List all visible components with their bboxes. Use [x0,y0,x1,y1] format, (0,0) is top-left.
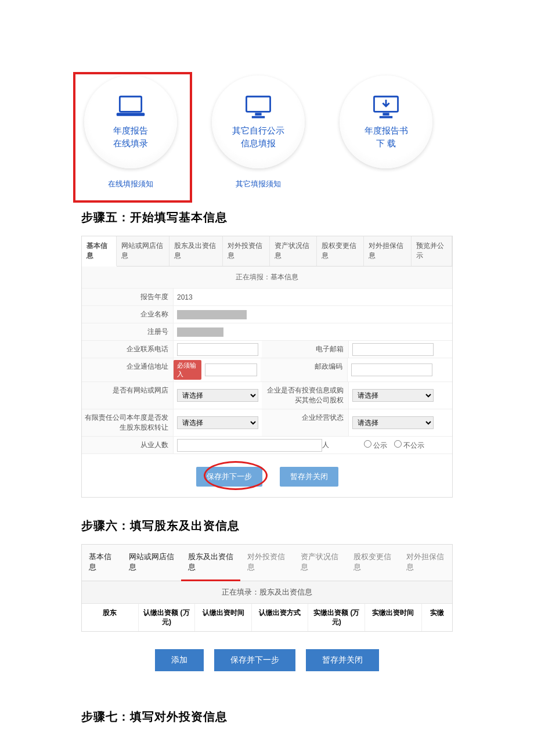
temp-close-button-2[interactable]: 暂存并关闭 [306,649,379,671]
radio-pub-no[interactable]: 不公示 [394,440,424,451]
svg-rect-3 [255,113,261,116]
tab2-site[interactable]: 网站或网店信息 [122,545,181,581]
step6-heading: 步骤六：填写股东及出资信息 [81,518,453,534]
step7-heading: 步骤七：填写对外投资信息 [81,709,453,725]
basic-info-form: 基本信息 网站或网店信息 股东及出资信息 对外投资信息 资产状况信息 股权变更信… [81,236,453,498]
step5-heading: 步骤五：开始填写基本信息 [81,210,453,225]
tab2-assets[interactable]: 资产状况信息 [294,545,347,581]
emp-unit: 人 [322,440,329,450]
tab-preview[interactable]: 预览并公示 [412,236,452,266]
tab-shareholder[interactable]: 股东及出资信息 [169,236,223,266]
label-transfer: 有限责任公司本年度是否发生股东股权转让 [82,409,174,436]
redacted-regno [177,327,223,337]
entry-cards-row: 年度报告在线填录 在线填报须知 其它自行公示信息填报 其它填报须知 [81,0,453,189]
label-company-name: 企业名称 [82,306,174,323]
col-paid-time: 实缴出资时间 [365,604,422,631]
circle-download[interactable]: 年度报告书下 载 [340,75,432,168]
card-other-publish[interactable]: 其它自行公示信息填报 其它填报须知 [209,75,308,189]
circle-label: 年度报告书下 载 [365,124,408,150]
label-regno: 注册号 [82,323,174,340]
add-button[interactable]: 添加 [155,649,204,671]
svg-rect-6 [383,113,389,116]
tab2-guarantee[interactable]: 对外担保信息 [399,545,452,581]
col-paid-amount: 实缴出资额 (万元) [308,604,365,631]
redacted-name [177,310,247,319]
svg-rect-4 [252,116,265,118]
required-tooltip: 必须输入 [174,360,201,380]
select-status[interactable]: 请选择 [352,416,434,429]
temp-close-button[interactable]: 暂存并关闭 [280,467,338,487]
col-sub-time: 认缴出资时间 [195,604,252,631]
input-phone[interactable] [177,343,258,356]
label-invest: 企业是否有投资信息或购买其他公司股权 [262,382,349,409]
shareholder-columns: 股东 认缴出资额 (万元) 认缴出资时间 认缴出资方式 实缴出资额 (万元) 实… [82,604,452,631]
select-hassite[interactable]: 请选择 [177,389,258,402]
tab-assets[interactable]: 资产状况信息 [270,236,317,266]
shareholder-button-row: 添加 保存并下一步 暂存并关闭 [81,632,453,689]
circle-label: 其它自行公示信息填报 [232,124,284,150]
download-icon [370,94,402,120]
label-year: 报告年度 [82,289,174,305]
col-shareholder: 股东 [82,604,139,631]
tab2-equity[interactable]: 股权变更信息 [347,545,399,581]
input-post[interactable] [351,363,432,376]
label-hassite: 是否有网站或网店 [82,382,174,409]
save-next-button-2[interactable]: 保存并下一步 [214,649,295,671]
label-phone: 企业联系电话 [82,341,174,358]
input-emp[interactable] [177,439,322,452]
form-tabs: 基本信息 网站或网店信息 股东及出资信息 对外投资信息 资产状况信息 股权变更信… [82,236,452,267]
tab2-shareholder[interactable]: 股东及出资信息 [181,545,240,581]
tab2-invest[interactable]: 对外投资信息 [240,545,293,581]
tab2-basic[interactable]: 基本信息 [82,545,122,581]
shareholder-title: 正在填录：股东及出资信息 [82,581,452,604]
tab-guarantee[interactable]: 对外担保信息 [364,236,411,266]
svg-rect-7 [380,116,392,118]
card-download[interactable]: 年度报告书下 载 [337,75,435,189]
col-paid-cut: 实缴 [422,604,452,631]
select-transfer[interactable]: 请选择 [177,416,258,429]
shareholder-tabs: 基本信息 网站或网店信息 股东及出资信息 对外投资信息 资产状况信息 股权变更信… [82,545,452,581]
highlight-frame [73,72,192,203]
svg-rect-2 [246,96,270,111]
radio-pub-yes[interactable]: 公示 [364,440,387,451]
select-invest[interactable]: 请选择 [352,389,434,402]
input-email[interactable] [352,343,434,356]
value-year: 2013 [177,293,193,301]
shareholder-wrap: 基本信息 网站或网店信息 股东及出资信息 对外投资信息 资产状况信息 股权变更信… [81,544,453,632]
label-status: 企业经营状态 [262,409,349,436]
col-sub-amount: 认缴出资额 (万元) [139,604,196,631]
input-addr[interactable] [205,363,257,376]
save-next-button[interactable]: 保存并下一步 [196,467,262,487]
sub-link-other[interactable]: 其它填报须知 [236,179,281,189]
card-annual-report[interactable]: 年度报告在线填录 在线填报须知 [81,75,180,189]
circle-other-publish[interactable]: 其它自行公示信息填报 [212,75,305,168]
label-post: 邮政编码 [261,358,348,381]
monitor-icon [242,94,275,120]
tab-site[interactable]: 网站或网店信息 [117,236,170,266]
label-emp: 从业人数 [82,437,174,453]
tab-basic[interactable]: 基本信息 [82,236,117,267]
col-sub-method: 认缴出资方式 [252,604,309,631]
form-button-row: 保存并下一步 暂存并关闭 [82,454,452,497]
label-addr: 企业通信地址 [82,358,174,381]
tab-invest[interactable]: 对外投资信息 [223,236,270,266]
label-email: 电子邮箱 [262,341,349,358]
tab-equity[interactable]: 股权变更信息 [317,236,364,266]
form-title: 正在填报：基本信息 [82,267,452,289]
